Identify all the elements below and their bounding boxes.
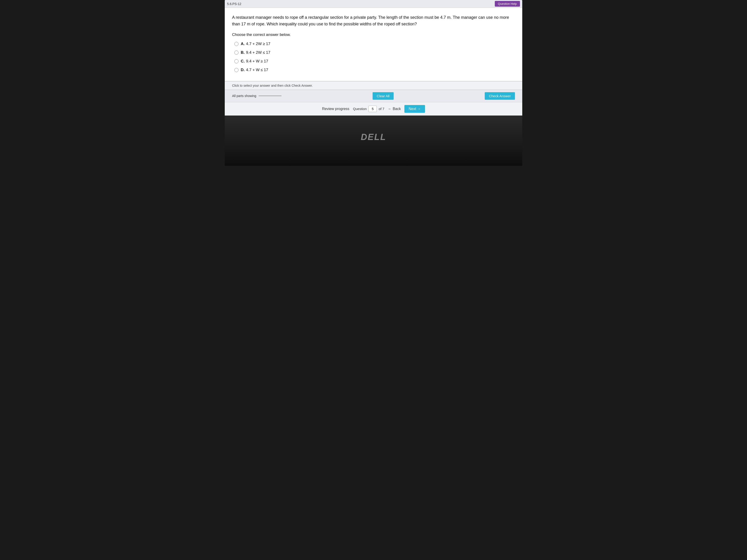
clear-all-button[interactable]: Clear All <box>372 92 394 100</box>
choice-a-label: A. <box>241 42 244 46</box>
answer-choices: A. 4.7 + 2W ≥ 17 B. 9.4 + 2W ≤ 17 C. 9.4… <box>234 42 515 72</box>
choice-c-label: C. <box>241 59 244 63</box>
choice-b-label: B. <box>241 50 244 55</box>
radio-a[interactable] <box>234 42 238 46</box>
screen-container: 5.6.PS-12 Question Help A restaurant man… <box>225 0 522 166</box>
parts-line <box>259 96 282 96</box>
radio-d[interactable] <box>234 68 238 72</box>
choice-a[interactable]: A. 4.7 + 2W ≥ 17 <box>234 42 515 46</box>
question-nav: Question 5 of 7 <box>353 106 384 112</box>
back-button[interactable]: ← Back <box>388 107 401 111</box>
dell-logo-text: DELL <box>361 132 386 142</box>
instruction-text: Click to select your answer and then cli… <box>232 84 313 87</box>
bottom-toolbar: All parts showing Clear All Check Answer <box>225 90 522 102</box>
choice-a-text: 4.7 + 2W ≥ 17 <box>246 42 270 46</box>
choice-d-label: D. <box>241 68 244 72</box>
question-body: A restaurant manager needs to rope off a… <box>225 8 522 81</box>
laptop-bottom: DELL <box>225 115 522 166</box>
nav-bar: Review progress Question 5 of 7 ← Back N… <box>225 102 522 115</box>
question-label: Question <box>353 107 367 111</box>
parts-showing-label: All parts showing <box>232 94 256 98</box>
instruction-bar: Click to select your answer and then cli… <box>225 81 522 90</box>
question-text: A restaurant manager needs to rope off a… <box>232 14 515 27</box>
choice-c-text: 9.4 + W ≥ 17 <box>246 59 268 63</box>
radio-c[interactable] <box>234 59 238 63</box>
choice-b-text: 9.4 + 2W ≤ 17 <box>246 50 270 55</box>
review-progress-button[interactable]: Review progress <box>322 107 349 111</box>
question-help-button[interactable]: Question Help <box>495 1 520 7</box>
parts-showing: All parts showing <box>232 94 282 98</box>
choice-b[interactable]: B. 9.4 + 2W ≤ 17 <box>234 50 515 55</box>
check-answer-button[interactable]: Check Answer <box>485 92 515 100</box>
choose-label: Choose the correct answer below. <box>232 32 515 37</box>
radio-b[interactable] <box>234 51 238 55</box>
header-bar: 5.6.PS-12 Question Help <box>225 0 522 8</box>
of-label: of 7 <box>379 107 384 111</box>
content-area: 5.6.PS-12 Question Help A restaurant man… <box>225 0 522 115</box>
choice-c[interactable]: C. 9.4 + W ≥ 17 <box>234 59 515 63</box>
choice-d[interactable]: D. 4.7 + W ≤ 17 <box>234 68 515 72</box>
header-label: 5.6.PS-12 <box>227 2 241 6</box>
dell-logo: DELL <box>361 132 386 142</box>
choice-d-text: 4.7 + W ≤ 17 <box>246 68 268 72</box>
question-number-input[interactable]: 5 <box>368 106 377 112</box>
next-button[interactable]: Next → <box>404 105 425 113</box>
